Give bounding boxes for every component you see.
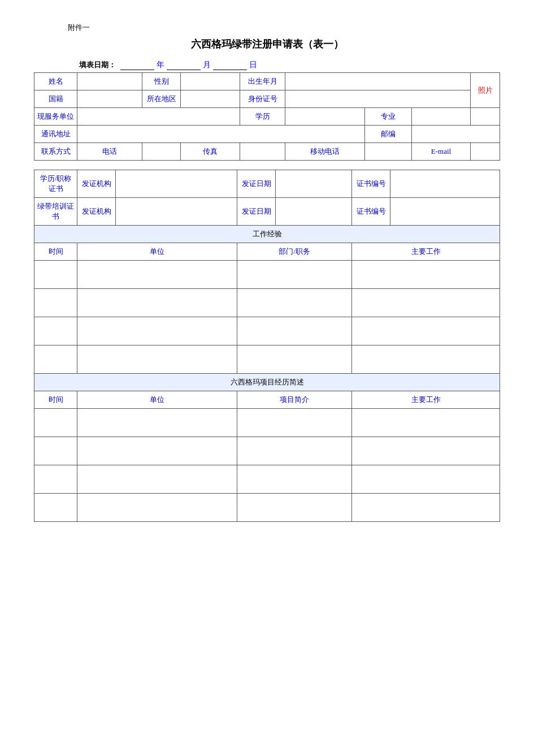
year-field xyxy=(120,61,154,70)
sigma-time-2 xyxy=(34,437,77,465)
org-label: 现服务单位 xyxy=(34,108,77,126)
fax-value xyxy=(240,143,285,161)
id-value xyxy=(285,90,471,108)
name-value xyxy=(77,73,142,90)
major-label: 专业 xyxy=(365,108,412,126)
edu-label: 学历 xyxy=(240,108,285,126)
work-exp-row-4 xyxy=(34,345,500,374)
postcode-label: 邮编 xyxy=(365,126,412,143)
sigma-intro-4 xyxy=(237,494,352,522)
day-unit: 日 xyxy=(249,60,257,70)
row-address: 通讯地址 邮编 xyxy=(34,126,500,143)
sigma-main-3 xyxy=(352,465,500,494)
row-name-gender-birth: 姓名 性别 出生年月 照片 xyxy=(34,73,500,90)
cert-num-2-value xyxy=(390,198,500,226)
sigma-time-4 xyxy=(34,494,77,522)
nationality-value xyxy=(77,90,142,108)
fax-label: 传真 xyxy=(181,143,240,161)
year-unit: 年 xyxy=(157,60,164,70)
sigma-intro-2 xyxy=(237,437,352,465)
sigma-exp-header: 六西格玛项目经历简述 xyxy=(34,374,500,391)
work-dept-4 xyxy=(237,345,352,374)
work-time-1 xyxy=(34,261,77,289)
cert-issuer-1-value xyxy=(116,170,237,198)
address-label: 通讯地址 xyxy=(34,126,77,143)
fill-date-label: 填表日期： xyxy=(79,60,116,70)
cert-row-1: 学历/职称证书 发证机构 发证日期 证书编号 xyxy=(34,170,500,198)
sigma-row-1 xyxy=(34,409,500,437)
region-value xyxy=(181,90,240,108)
work-exp-col-headers: 时间 单位 部门/职务 主要工作 xyxy=(34,243,500,261)
sigma-main-1 xyxy=(352,409,500,437)
work-time-4 xyxy=(34,345,77,374)
work-time-col: 时间 xyxy=(34,243,77,261)
form-title: 六西格玛绿带注册申请表（表一） xyxy=(34,37,500,51)
sigma-row-3 xyxy=(34,465,500,494)
gender-label: 性别 xyxy=(142,73,181,90)
cert-num-1-label: 证书编号 xyxy=(352,170,390,198)
major-value xyxy=(412,108,471,126)
cert-type-1-label: 学历/职称证书 xyxy=(34,170,77,198)
work-unit-1 xyxy=(77,261,237,289)
cert-issuer-2-value xyxy=(116,198,237,226)
work-main-4 xyxy=(352,345,500,374)
cert-num-2-label: 证书编号 xyxy=(352,198,390,226)
cert-issuer-2-label: 发证机构 xyxy=(77,198,116,226)
work-unit-2 xyxy=(77,289,237,317)
work-dept-2 xyxy=(237,289,352,317)
cert-date-1-value xyxy=(276,170,352,198)
cert-work-table: 学历/职称证书 发证机构 发证日期 证书编号 绿带培训证书 发证机构 发证日期 … xyxy=(34,170,500,522)
sigma-col-headers: 时间 单位 项目简介 主要工作 xyxy=(34,391,500,409)
sigma-intro-1 xyxy=(237,409,352,437)
sigma-unit-4 xyxy=(77,494,237,522)
work-dept-3 xyxy=(237,317,352,345)
work-main-1 xyxy=(352,261,500,289)
sigma-row-2 xyxy=(34,437,500,465)
month-field xyxy=(167,61,201,70)
sigma-main-4 xyxy=(352,494,500,522)
sigma-unit-col: 单位 xyxy=(77,391,237,409)
personal-info-true-table: 姓名 性别 出生年月 照片 国籍 所在地区 身份证号 现服务单位 学历 专业 通… xyxy=(34,72,500,161)
sigma-main-2 xyxy=(352,437,500,465)
gender-value xyxy=(181,73,240,90)
work-time-3 xyxy=(34,317,77,345)
email-label: E-mail xyxy=(412,143,471,161)
cert-type-2-label: 绿带培训证书 xyxy=(34,198,77,226)
photo-label: 照片 xyxy=(471,73,500,108)
region-label: 所在地区 xyxy=(142,90,181,108)
org-value xyxy=(77,108,240,126)
sigma-unit-1 xyxy=(77,409,237,437)
cert-date-2-label: 发证日期 xyxy=(237,198,276,226)
sigma-main-col: 主要工作 xyxy=(352,391,500,409)
sigma-time-col: 时间 xyxy=(34,391,77,409)
work-exp-row-3 xyxy=(34,317,500,345)
postcode-value xyxy=(412,126,500,143)
birth-value xyxy=(285,73,471,90)
work-exp-row-1 xyxy=(34,261,500,289)
id-label: 身份证号 xyxy=(240,90,285,108)
cert-num-1-value xyxy=(390,170,500,198)
day-field xyxy=(213,61,247,70)
birth-label: 出生年月 xyxy=(240,73,285,90)
sigma-time-1 xyxy=(34,409,77,437)
row-nationality: 国籍 所在地区 身份证号 xyxy=(34,90,500,108)
cert-issuer-1-label: 发证机构 xyxy=(77,170,116,198)
cert-date-1-label: 发证日期 xyxy=(237,170,276,198)
sigma-unit-2 xyxy=(77,437,237,465)
contact-label: 联系方式 xyxy=(34,143,77,161)
attachment-label: 附件一 xyxy=(68,23,500,33)
work-time-2 xyxy=(34,289,77,317)
sigma-time-3 xyxy=(34,465,77,494)
work-main-3 xyxy=(352,317,500,345)
edu-value xyxy=(285,108,365,126)
work-dept-col: 部门/职务 xyxy=(237,243,352,261)
mobile-label: 移动电话 xyxy=(285,143,365,161)
major-extra xyxy=(471,108,500,126)
sigma-unit-3 xyxy=(77,465,237,494)
fill-date-row: 填表日期： 年 月 日 xyxy=(79,60,500,70)
work-dept-1 xyxy=(237,261,352,289)
work-main-col: 主要工作 xyxy=(352,243,500,261)
work-exp-header: 工作经验 xyxy=(34,226,500,243)
work-unit-4 xyxy=(77,345,237,374)
sigma-intro-3 xyxy=(237,465,352,494)
